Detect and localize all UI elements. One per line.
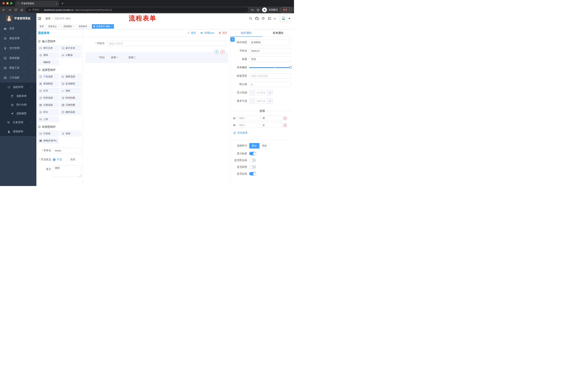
- key-icon[interactable]: [251, 8, 254, 11]
- home-icon[interactable]: [20, 8, 23, 11]
- star-icon[interactable]: [257, 8, 260, 11]
- tag-home[interactable]: 首页: [38, 24, 45, 29]
- palette-item-color-picker[interactable]: 颜色选择: [60, 109, 82, 115]
- palette-item-radio-group[interactable]: 单选框组: [38, 81, 59, 87]
- browser-tab[interactable]: 芋道管理系统 ×: [15, 0, 59, 7]
- security-label[interactable]: 不安全: [32, 8, 39, 11]
- more-vertical-icon[interactable]: [289, 9, 289, 11]
- remove-option-button[interactable]: [283, 123, 287, 127]
- window-zoom-button[interactable]: [10, 2, 12, 4]
- form-remark-textarea[interactable]: 嘿嘿: [53, 165, 81, 177]
- slider-track[interactable]: [249, 67, 290, 68]
- tag-close-icon[interactable]: ×: [58, 25, 59, 28]
- checkbox-option-2[interactable]: 选项二: [124, 56, 136, 59]
- palette-item-switch[interactable]: 开关: [38, 88, 59, 94]
- checkbox-option-1[interactable]: 选项一: [107, 56, 118, 59]
- form-grid-slider[interactable]: [249, 65, 291, 70]
- checkbox-icon[interactable]: [124, 56, 127, 59]
- github-icon[interactable]: [255, 17, 259, 20]
- disabled-toggle[interactable]: [249, 165, 256, 169]
- min-select-value[interactable]: 至少应选: [255, 90, 267, 95]
- palette-item-time-picker[interactable]: 时间选择: [38, 95, 59, 101]
- reload-icon[interactable]: [14, 8, 17, 11]
- delete-field-button[interactable]: [220, 50, 225, 54]
- data-binding-link-tag[interactable]: [230, 37, 235, 42]
- stepper-decrease-button[interactable]: −: [249, 98, 255, 104]
- update-button[interactable]: 更新: [280, 8, 292, 12]
- title-input[interactable]: [249, 56, 291, 62]
- back-icon[interactable]: [2, 8, 5, 11]
- forward-icon[interactable]: [8, 8, 11, 11]
- radio-label-off[interactable]: 关闭: [70, 158, 75, 161]
- resize-handle[interactable]: [79, 175, 81, 177]
- search-icon[interactable]: [249, 17, 252, 20]
- palette-item-password[interactable]: 密码: [38, 52, 59, 58]
- clear-button[interactable]: 清空: [219, 31, 227, 35]
- palette-item-date-picker[interactable]: 日期选择: [38, 102, 59, 108]
- sidebar-item-home[interactable]: 首页: [0, 24, 36, 33]
- drag-handle-icon[interactable]: [233, 117, 236, 120]
- max-select-value[interactable]: 最多可选: [255, 98, 267, 104]
- checkbox-icon[interactable]: [107, 56, 109, 59]
- palette-item-checkbox-group[interactable]: 多选框组: [60, 81, 82, 87]
- add-option-button[interactable]: 添加选项: [233, 131, 294, 135]
- save-button[interactable]: 保存: [187, 31, 196, 35]
- option-2-label-input[interactable]: [237, 122, 259, 128]
- sidebar-item-infra[interactable]: 基础设施: [0, 53, 36, 63]
- palette-item-counter[interactable]: 123 计数器: [60, 52, 82, 58]
- sidebar-item-devtools[interactable]: 研发工具: [0, 63, 36, 73]
- tag-process-definition[interactable]: 流程定义×: [46, 24, 61, 29]
- stepper-decrease-button[interactable]: −: [249, 90, 255, 95]
- palette-item-slider[interactable]: 滑块: [60, 88, 82, 94]
- window-minimize-button[interactable]: [6, 2, 9, 4]
- palette-item-upload[interactable]: 上传: [38, 116, 59, 122]
- palette-item-editor[interactable]: 编辑器: [38, 59, 59, 65]
- sidebar-item-process-form[interactable]: 流程表单: [0, 92, 36, 100]
- palette-item-single-line-text[interactable]: 单行文本: [38, 45, 59, 51]
- sidebar-item-pay[interactable]: 支付管理: [0, 43, 36, 53]
- slider-handle[interactable]: [289, 66, 292, 68]
- tag-process-form[interactable]: 流程表单×: [77, 24, 91, 29]
- required-toggle[interactable]: [249, 172, 256, 175]
- address-bar[interactable]: 不安全 dashboard.yudao.iocoder.cn/bpm/manag…: [26, 7, 248, 12]
- tab-close-icon[interactable]: ×: [56, 2, 57, 5]
- component-type-select[interactable]: [249, 40, 291, 45]
- form-name-input[interactable]: [53, 148, 81, 153]
- stepper-increase-button[interactable]: +: [267, 90, 273, 95]
- sidebar-item-system[interactable]: 系统管理: [0, 33, 36, 43]
- radio-status-on[interactable]: [53, 158, 55, 161]
- breadcrumb-home[interactable]: 首页: [45, 17, 51, 20]
- new-tab-button[interactable]: +: [62, 1, 63, 5]
- palette-item-time-range[interactable]: 时间范围: [60, 95, 82, 101]
- palette-item-table[interactable]: 表格[开发中]: [38, 138, 59, 144]
- palette-item-select[interactable]: 下拉选择: [38, 74, 59, 80]
- phone-input[interactable]: [107, 41, 226, 46]
- default-value-input[interactable]: [249, 82, 291, 87]
- avatar[interactable]: [280, 15, 287, 22]
- font-size-icon[interactable]: tT: [274, 17, 278, 20]
- tag-process-model[interactable]: 流程模型×: [62, 24, 76, 29]
- drag-handle-icon[interactable]: [233, 124, 236, 127]
- radio-label-on[interactable]: 开启: [57, 158, 62, 161]
- duplicate-field-button[interactable]: [214, 50, 219, 54]
- field-name-input[interactable]: [249, 48, 291, 53]
- sidebar-item-workflow[interactable]: 工作流程: [0, 73, 36, 83]
- tag-close-icon[interactable]: ×: [111, 25, 112, 28]
- palette-item-cascader[interactable]: 级联选择: [60, 74, 82, 80]
- sidebar-item-leave-query[interactable]: 请假查询: [0, 127, 36, 136]
- tag-close-icon[interactable]: ×: [73, 25, 74, 28]
- option-1-label-input[interactable]: [237, 116, 259, 121]
- form-canvas[interactable]: *手机号 *性别 选项一 选项二: [83, 37, 230, 186]
- tag-process-form-edit[interactable]: 流程表单-编辑×: [92, 24, 114, 29]
- canvas-field-phone[interactable]: *手机号: [85, 41, 226, 46]
- canvas-field-gender-selected[interactable]: *性别 选项一 选项二: [85, 52, 228, 63]
- sidebar-item-process-model[interactable]: 流程模型: [0, 109, 36, 118]
- palette-item-button[interactable]: 按钮: [60, 130, 82, 137]
- fullscreen-icon[interactable]: [268, 17, 271, 20]
- border-toggle[interactable]: [249, 159, 256, 162]
- sidebar-item-user-group[interactable]: 用户分组: [0, 100, 36, 109]
- tag-close-icon[interactable]: ×: [88, 25, 89, 28]
- view-json-button[interactable]: 查看json: [200, 31, 214, 35]
- show-label-toggle[interactable]: [249, 152, 256, 155]
- option-2-value-input[interactable]: [261, 122, 282, 128]
